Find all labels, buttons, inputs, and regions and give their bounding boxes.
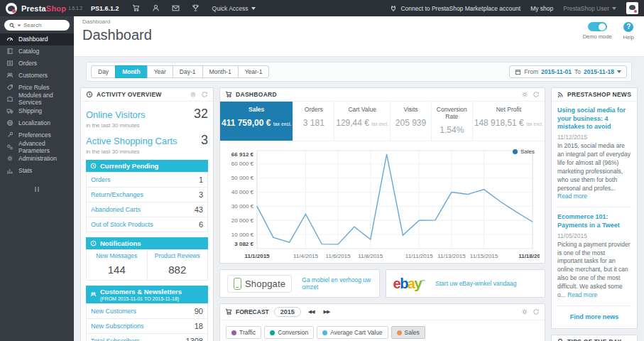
gear-icon[interactable] <box>521 91 528 98</box>
ebay-link[interactable]: Start uw eBay-winkel vandaag <box>435 280 516 287</box>
legend-traffic-toggle[interactable]: Traffic <box>226 326 261 339</box>
new-customers-link[interactable]: New Customers <box>91 308 136 315</box>
forecast-year[interactable]: 2015 <box>274 307 301 317</box>
news-article: Using social media for your business: 4 … <box>557 107 631 201</box>
legend-avg-cart-toggle[interactable]: Average Cart Value <box>317 326 388 339</box>
total-subscribers-link[interactable]: Total Subscribers <box>91 337 140 341</box>
refresh-icon[interactable] <box>201 91 208 98</box>
new-customers-value: 90 <box>195 307 203 315</box>
sidebar-item-administration[interactable]: Administration <box>0 153 74 165</box>
forecast-panel: FORECAST 2015 ◀◀ ▶▶ Traffic Conversion <box>219 303 545 341</box>
gear-icon[interactable] <box>190 91 197 98</box>
sidebar-item-label: Shipping <box>18 107 42 114</box>
date-from-label: From <box>524 68 538 75</box>
gear-icon[interactable] <box>521 308 528 315</box>
sales-chart-area: 66 912 €60 000 €50 000 €40 000 €30 000 €… <box>220 141 545 263</box>
kpi-cart-value-tab[interactable]: Cart Value129,44 € tax excl. <box>334 102 390 141</box>
refresh-icon[interactable] <box>533 91 540 98</box>
read-more-link[interactable]: Read more <box>557 193 587 200</box>
sidebar: Dashboard Catalog Orders Customers Price… <box>0 16 74 341</box>
online-visitors-sub: in the last 30 minutes <box>86 122 208 129</box>
topbar: PrestaShop 1.6.1.2 PS1.6.1.2 Quick Acces… <box>0 0 644 16</box>
article-title-link[interactable]: Ecommerce 101: Payments in a Tweet <box>557 213 631 229</box>
sidebar-item-shipping[interactable]: Shipping <box>0 105 74 117</box>
pending-orders-link[interactable]: Orders <box>91 176 111 183</box>
article-title-link[interactable]: Using social media for your business: 4 … <box>557 107 631 131</box>
gear-icon <box>6 155 13 162</box>
sidebar-item-label: Dashboard <box>18 36 48 43</box>
sidebar-item-label: Localization <box>18 119 50 126</box>
pending-returns-link[interactable]: Return/Exchanges <box>91 191 143 198</box>
chevron-down-icon <box>612 7 616 10</box>
period-day-1-button[interactable]: Day-1 <box>173 65 203 78</box>
new-messages-cell[interactable]: New Messages144 <box>87 249 147 280</box>
shopgate-link[interactable]: Ga mobiel en verhoog uw omzet <box>302 276 371 291</box>
plug-icon <box>390 5 397 12</box>
customers-row: Total Subscribers1308 <box>87 333 207 341</box>
svg-text:66 912 €: 66 912 € <box>231 151 254 158</box>
sidebar-item-catalog[interactable]: Catalog <box>0 45 74 58</box>
sidebar-item-orders[interactable]: Orders <box>0 58 74 70</box>
out-of-stock-link[interactable]: Out of Stock Products <box>91 221 153 228</box>
period-day-button[interactable]: Day <box>91 65 116 78</box>
sidebar-item-advanced-parameters[interactable]: Advanced Parameters <box>0 141 74 153</box>
my-shop-link[interactable]: My shop <box>530 5 553 12</box>
quick-access-label: Quick Access <box>212 5 249 12</box>
quick-access-menu[interactable]: Quick Access <box>212 5 256 12</box>
sidebar-item-label: Modules and Services <box>18 92 74 106</box>
filter-panel: Day Month Year Day-1 Month-1 Year-1 From… <box>86 62 632 82</box>
period-year-1-button[interactable]: Year-1 <box>238 65 270 78</box>
sidebar-collapse-button[interactable] <box>0 187 74 192</box>
sidebar-item-stats[interactable]: Stats <box>0 165 74 177</box>
ebay-banner[interactable]: ebay™ Start uw eBay-winkel vandaag <box>386 269 546 298</box>
trophy-icon[interactable] <box>192 4 200 12</box>
kpi-conversion-tab[interactable]: Conversion Rate1.54% <box>431 102 472 141</box>
legend-conversion-toggle[interactable]: Conversion <box>264 326 314 339</box>
shopgate-banner[interactable]: Shopgate Ga mobiel en verhoog uw omzet <box>219 269 380 298</box>
next-year-button[interactable]: ▶▶ <box>322 308 332 316</box>
cart-icon[interactable] <box>132 4 140 12</box>
breadcrumb[interactable]: Dashboard <box>82 18 635 25</box>
legend-sales-toggle[interactable]: Sales <box>391 326 425 339</box>
avatar[interactable] <box>626 2 638 14</box>
kpi-value: 1.54% <box>440 125 464 135</box>
clock-icon <box>90 163 97 169</box>
svg-text:11/15/2015: 11/15/2015 <box>470 253 498 259</box>
help-icon[interactable]: ? <box>623 22 633 32</box>
messages-icon[interactable] <box>172 4 180 12</box>
user-menu[interactable]: PrestaShop User <box>563 5 616 12</box>
online-visitors-link[interactable]: Online Visitors <box>86 109 146 120</box>
search-input[interactable] <box>23 22 60 28</box>
customer-icon[interactable] <box>152 4 160 12</box>
kpi-sales-tab[interactable]: Sales411 759,00 € tax excl. <box>220 102 293 141</box>
kpi-visits-tab[interactable]: Visits205 939 <box>390 102 431 141</box>
sidebar-item-customers[interactable]: Customers <box>0 69 74 81</box>
sidebar-item-modules[interactable]: Modules and Services <box>0 93 74 105</box>
product-reviews-cell[interactable]: Product Reviews882 <box>147 249 208 280</box>
abandoned-carts-link[interactable]: Abandoned Carts <box>91 206 141 213</box>
period-year-button[interactable]: Year <box>147 65 173 78</box>
sidebar-item-dashboard[interactable]: Dashboard <box>0 33 74 45</box>
date-range-picker[interactable]: From 2015-11-01 To 2015-11-18 <box>509 65 627 78</box>
new-messages-value: 144 <box>88 264 146 276</box>
find-more-news-link[interactable]: Find more news <box>557 312 631 323</box>
kpi-net-profit-tab[interactable]: Net Profit148 918,51 € tax excl. <box>472 102 545 141</box>
globe-icon <box>6 119 13 126</box>
refresh-icon[interactable] <box>533 308 540 315</box>
sidebar-search[interactable] <box>4 20 70 31</box>
demo-mode-toggle[interactable] <box>588 22 607 31</box>
sidebar-item-localization[interactable]: Localization <box>0 117 74 129</box>
active-carts-link[interactable]: Active Shopping Carts <box>86 136 178 146</box>
period-month-button[interactable]: Month <box>115 65 148 78</box>
kpi-orders-tab[interactable]: Orders3 181 <box>293 102 334 141</box>
chevron-down-icon[interactable] <box>18 24 21 26</box>
chart-legend[interactable]: Sales <box>513 148 535 155</box>
shopgate-logo-text: Shopgate <box>245 278 285 289</box>
read-more-link[interactable]: Read more <box>567 291 597 298</box>
new-subscriptions-link[interactable]: New Subscriptions <box>91 323 144 330</box>
prev-year-button[interactable]: ◀◀ <box>306 308 317 316</box>
sales-dot-icon <box>397 330 402 335</box>
marketplace-link[interactable]: Connect to PrestaShop Marketplace accoun… <box>390 5 520 12</box>
period-month-1-button[interactable]: Month-1 <box>202 65 239 78</box>
svg-text:50 000 €: 50 000 € <box>231 175 254 181</box>
